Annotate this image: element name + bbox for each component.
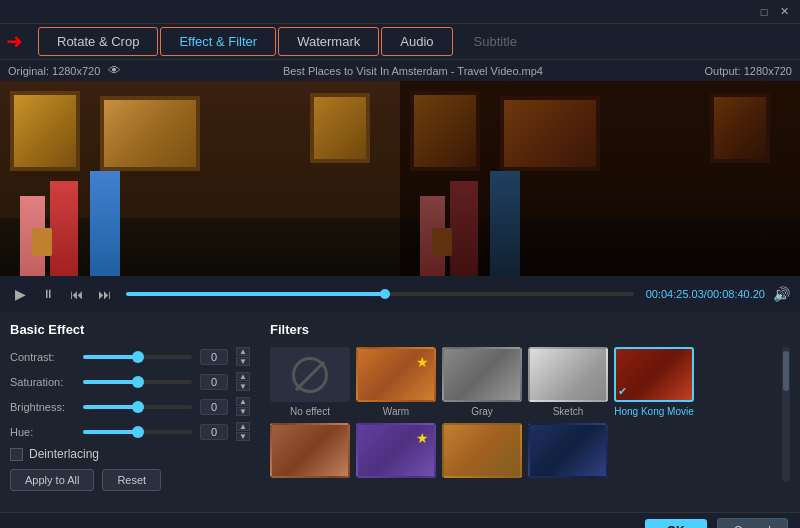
time-current: 00:04:25.03 xyxy=(646,288,704,300)
saturation-slider[interactable] xyxy=(83,380,192,384)
basic-effect-panel: Basic Effect Contrast: 0 ▲ ▼ Saturation:… xyxy=(10,322,250,502)
brightness-label: Brightness: xyxy=(10,401,75,413)
video-filename: Best Places to Visit In Amsterdam - Trav… xyxy=(121,65,704,77)
saturation-value: 0 xyxy=(200,374,228,390)
contrast-slider[interactable] xyxy=(83,355,192,359)
painting-1 xyxy=(10,91,80,171)
star-icon: ★ xyxy=(416,354,429,370)
filter-r2-1[interactable] xyxy=(270,423,350,482)
video-area: Original: 1280x720 👁 Best Places to Visi… xyxy=(0,60,800,276)
filter-hk-name: Hong Kong Movie xyxy=(614,406,694,417)
bag xyxy=(32,228,52,256)
selected-check-icon: ✔ xyxy=(618,385,627,398)
filters-content: No effect ★ Warm Gray xyxy=(270,347,790,482)
reset-button[interactable]: Reset xyxy=(102,469,161,491)
painting-r2 xyxy=(500,96,600,171)
hue-up[interactable]: ▲ xyxy=(236,422,250,431)
filter-warm[interactable]: ★ Warm xyxy=(356,347,436,417)
filter-r2-spacer xyxy=(614,423,700,482)
filter-r2-3[interactable] xyxy=(442,423,522,482)
brightness-down[interactable]: ▼ xyxy=(236,407,250,416)
hue-label: Hue: xyxy=(10,426,75,438)
museum-scene-right xyxy=(400,81,800,276)
cancel-button[interactable]: Cancel xyxy=(717,518,788,529)
prev-button[interactable]: ⏮ xyxy=(66,287,86,302)
playback-bar: ▶ ⏸ ⏮ ⏭ 00:04:25.03/00:08:40.20 🔊 xyxy=(0,276,800,312)
contrast-up[interactable]: ▲ xyxy=(236,347,250,356)
filter-r2-2[interactable]: ★ xyxy=(356,423,436,482)
painting-3 xyxy=(310,93,370,163)
saturation-label: Saturation: xyxy=(10,376,75,388)
brightness-fill xyxy=(83,405,138,409)
progress-bar[interactable] xyxy=(126,292,634,296)
bottom-bar: ➜ ➜ OK Cancel xyxy=(0,512,800,528)
brightness-stepper[interactable]: ▲ ▼ xyxy=(236,397,250,416)
star-icon-2: ★ xyxy=(416,430,429,446)
apply-all-button[interactable]: Apply to All xyxy=(10,469,94,491)
brightness-up[interactable]: ▲ xyxy=(236,397,250,406)
filter-sketch-thumb xyxy=(528,347,608,402)
tab-audio[interactable]: Audio xyxy=(381,27,452,56)
deinterlace-label: Deinterlacing xyxy=(29,447,99,461)
time-display: 00:04:25.03/00:08:40.20 xyxy=(646,288,765,300)
hue-row: Hue: 0 ▲ ▼ xyxy=(10,422,250,441)
contrast-value: 0 xyxy=(200,349,228,365)
filter-no-effect[interactable]: No effect xyxy=(270,347,350,417)
output-label: Output: 1280x720 xyxy=(705,65,792,77)
filter-r2-3-thumb xyxy=(442,423,522,478)
minimize-button[interactable]: □ xyxy=(756,4,772,20)
brightness-value: 0 xyxy=(200,399,228,415)
saturation-stepper[interactable]: ▲ ▼ xyxy=(236,372,250,391)
deinterlace-row: Deinterlacing xyxy=(10,447,250,461)
play-button[interactable]: ▶ xyxy=(10,286,30,302)
saturation-up[interactable]: ▲ xyxy=(236,372,250,381)
progress-thumb xyxy=(380,289,390,299)
bag-r xyxy=(432,228,452,256)
contrast-row: Contrast: 0 ▲ ▼ xyxy=(10,347,250,366)
filters-scrollbar[interactable] xyxy=(782,347,790,482)
filters-panel: Filters No effect xyxy=(270,322,790,502)
filter-hk-movie[interactable]: ✔ Hong Kong Movie xyxy=(614,347,694,417)
saturation-down[interactable]: ▼ xyxy=(236,382,250,391)
hue-thumb xyxy=(132,426,144,438)
eye-icon[interactable]: 👁 xyxy=(108,63,121,78)
contrast-stepper[interactable]: ▲ ▼ xyxy=(236,347,250,366)
tab-watermark[interactable]: Watermark xyxy=(278,27,379,56)
next-button[interactable]: ⏭ xyxy=(94,287,114,302)
filter-gray-name: Gray xyxy=(471,406,493,417)
filter-r2-4-thumb xyxy=(528,423,608,478)
video-original xyxy=(0,81,400,276)
filter-hk-thumb: ✔ xyxy=(614,347,694,402)
painting-2 xyxy=(100,96,200,171)
filter-gray[interactable]: Gray xyxy=(442,347,522,417)
filter-sketch-name: Sketch xyxy=(553,406,584,417)
visitor-r3 xyxy=(490,171,520,276)
hue-down[interactable]: ▼ xyxy=(236,432,250,441)
hue-slider[interactable] xyxy=(83,430,192,434)
hue-fill xyxy=(83,430,138,434)
controls-panel: Basic Effect Contrast: 0 ▲ ▼ Saturation:… xyxy=(0,312,800,512)
tab-effect[interactable]: Effect & Filter xyxy=(160,27,276,56)
brightness-row: Brightness: 0 ▲ ▼ xyxy=(10,397,250,416)
video-header: Original: 1280x720 👁 Best Places to Visi… xyxy=(0,60,800,81)
filters-grid-wrapper: No effect ★ Warm Gray xyxy=(270,347,778,482)
basic-effect-title: Basic Effect xyxy=(10,322,250,337)
filter-r2-4[interactable] xyxy=(528,423,608,482)
pause-button[interactable]: ⏸ xyxy=(38,287,58,301)
deinterlace-checkbox[interactable] xyxy=(10,448,23,461)
volume-button[interactable]: 🔊 xyxy=(773,286,790,302)
ok-button[interactable]: OK xyxy=(645,519,707,529)
action-buttons: Apply to All Reset xyxy=(10,469,250,491)
filter-warm-thumb: ★ xyxy=(356,347,436,402)
brightness-slider[interactable] xyxy=(83,405,192,409)
video-output xyxy=(400,81,800,276)
contrast-down[interactable]: ▼ xyxy=(236,357,250,366)
saturation-fill xyxy=(83,380,138,384)
saturation-row: Saturation: 0 ▲ ▼ xyxy=(10,372,250,391)
hue-stepper[interactable]: ▲ ▼ xyxy=(236,422,250,441)
close-button[interactable]: ✕ xyxy=(776,4,792,20)
filter-sketch[interactable]: Sketch xyxy=(528,347,608,417)
no-effect-circle xyxy=(292,357,328,393)
tab-rotate[interactable]: Rotate & Crop xyxy=(38,27,158,56)
video-panels xyxy=(0,81,800,276)
